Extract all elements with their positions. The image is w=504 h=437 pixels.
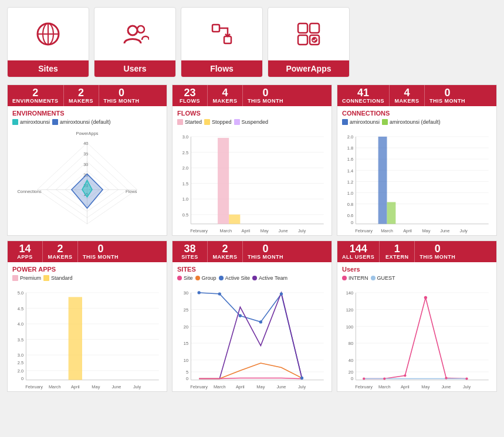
line-site: [199, 378, 302, 379]
legend-label-blue: amiroxtounsi (default): [60, 119, 111, 125]
sx-apr: April: [236, 384, 245, 389]
top-nav: Sites Users Flows: [0, 0, 504, 84]
powerapps-body: POWER APPS Premium Standard 5.0 4.5 4.0 …: [8, 262, 167, 391]
users-header: 144 ALL USERS 1 EXTERN 0 THIS MONTH: [337, 241, 496, 262]
nav-card-flows[interactable]: Flows: [181, 7, 263, 77]
sites-makers-label: MAKERS: [212, 254, 237, 260]
panel-powerapps: 14 APPS 2 MAKERS 0 THIS MONTH POWER APPS…: [7, 240, 167, 392]
flows-thismonth-cell: 0 THIS MONTH: [243, 85, 288, 106]
flows-makers-label: MAKERS: [212, 98, 237, 104]
ux-jul: July: [463, 384, 471, 389]
radar-center-label: ←: [89, 187, 92, 191]
sx-may: May: [256, 384, 265, 389]
dot-active-site-jul: [300, 377, 303, 380]
legend-label-guest: GUEST: [377, 275, 395, 281]
dot-active-site-jun: [280, 292, 283, 295]
uy-140: 140: [346, 290, 353, 296]
apps-makers-label: MAKERS: [48, 254, 72, 260]
sy-30: 30: [184, 290, 188, 296]
connections-count: 41: [357, 87, 369, 98]
environments-chart: PowerApps Connections Flows 40 35 30 25 …: [12, 127, 162, 233]
px-jun: June: [111, 384, 121, 389]
connections-chart: 2.0 1.8 1.6 1.4 1.2 1.0 0.8 0.6: [342, 127, 492, 233]
apps-count-cell: 14 APPS: [8, 241, 43, 262]
legend-label-group: Group: [202, 275, 217, 281]
environments-label: ENVIRONMENTS: [12, 98, 59, 104]
legend-label-conn-blue: amiroxtounsi: [350, 119, 380, 125]
dot-intern-jun: [445, 377, 447, 379]
legend-standard: Standard: [43, 275, 73, 281]
nav-card-sites[interactable]: Sites: [7, 7, 89, 77]
legend-suspended: Suspended: [234, 119, 269, 125]
legend-dot-blue: [52, 119, 58, 125]
py-40: 4.0: [18, 321, 23, 327]
legend-label-site: Site: [184, 275, 193, 281]
flows-icon-area: [208, 8, 236, 60]
ux-apr: April: [401, 384, 410, 389]
connections-body: CONNECTIONS amiroxtounsi amiroxtounsi (d…: [337, 106, 496, 235]
powerapps-label: PowerApps: [268, 60, 349, 77]
py-0: 0: [21, 376, 23, 381]
legend-conn-amiroxtounsi: amiroxtounsi: [342, 119, 380, 125]
users-line-chart: 140 120 100 80 40 20 0: [342, 283, 492, 392]
px-jul: July: [133, 384, 141, 389]
users-thismonth: 0: [435, 243, 441, 254]
apps-count-label: APPS: [17, 254, 33, 260]
powerapps-chart: 5.0 4.5 4.0 3.5 3.0 2.0 0 2.5: [12, 283, 162, 389]
powerapps-chart-title: POWER APPS: [12, 266, 162, 273]
sites-icon-area: [34, 8, 62, 60]
sites-count: 38: [184, 243, 195, 254]
sites-header: 38 SITES 2 MAKERS 0 THIS MONTH: [172, 241, 332, 262]
users-chart: 140 120 100 80 40 20 0: [342, 283, 492, 389]
sx-jul: July: [298, 384, 306, 389]
y-label-05: 0.5: [182, 212, 188, 218]
flows-chart-title: FLOWS: [177, 110, 327, 117]
users-body: Users INTERN GUEST 140 120 100 80: [337, 262, 496, 391]
apps-count: 14: [19, 243, 31, 254]
bar-march-started: [218, 138, 229, 224]
connections-thismonth-label: THIS MONTH: [429, 98, 465, 104]
legend-dot-active-site: [219, 276, 224, 280]
users-extern-label: EXTERN: [385, 254, 409, 260]
users-label: Users: [94, 60, 175, 77]
py-45: 4.5: [18, 306, 23, 311]
py-30: 3.0: [18, 353, 23, 358]
svg-rect-8: [298, 23, 307, 33]
line-group: [199, 363, 302, 379]
sites-line-chart: 30 25 20 15 10 5 0: [177, 283, 327, 392]
cy-16: 1.6: [347, 157, 353, 162]
legend-started: Started: [177, 119, 202, 125]
powerapps-legend: Premium Standard: [12, 275, 162, 281]
flows-legend: Started Stopped Suspended: [177, 119, 327, 125]
sites-thismonth: 0: [262, 243, 268, 254]
dot-active-site-apr: [239, 314, 242, 317]
x-label-apr: April: [241, 228, 250, 233]
sx-jun: June: [276, 384, 286, 389]
nav-card-users[interactable]: Users: [94, 7, 176, 77]
sx-feb: February: [190, 384, 208, 389]
apps-makers-cell: 2 MAKERS: [43, 241, 78, 262]
connections-header: 41 CONNECTIONS 4 MAKERS 0 THIS MONTH: [337, 85, 496, 106]
environments-makers-label: MAKERS: [69, 98, 93, 104]
environments-chart-title: ENVIRONMENTS: [12, 110, 162, 117]
ux-may: May: [421, 384, 429, 389]
dot-active-site-feb: [198, 291, 201, 294]
uy-40: 40: [349, 358, 353, 363]
dot-intern-mar: [383, 377, 385, 380]
ux-mar: March: [378, 384, 391, 389]
dot-intern-jul: [465, 377, 468, 380]
nav-card-powerapps[interactable]: PowerApps: [268, 7, 350, 77]
dashboard: 2 ENVIRONMENTS 2 MAKERS 0 THIS MONTH ENV…: [0, 84, 504, 399]
legend-premium: Premium: [12, 275, 41, 281]
connections-count-label: CONNECTIONS: [342, 98, 384, 104]
users-count-cell: 144 ALL USERS: [337, 241, 380, 262]
cy-0: 0: [351, 220, 353, 225]
flows-header: 23 FLOWS 4 MAKERS 0 THIS MONTH: [172, 85, 332, 106]
cx-feb: February: [355, 228, 373, 233]
cy-20: 2.0: [347, 134, 353, 140]
legend-label-standard: Standard: [51, 275, 73, 281]
y-label-20: 2.0: [182, 165, 188, 171]
apps-thismonth: 0: [97, 243, 103, 254]
sy-5: 5: [186, 370, 188, 375]
legend-label-premium: Premium: [20, 275, 41, 281]
